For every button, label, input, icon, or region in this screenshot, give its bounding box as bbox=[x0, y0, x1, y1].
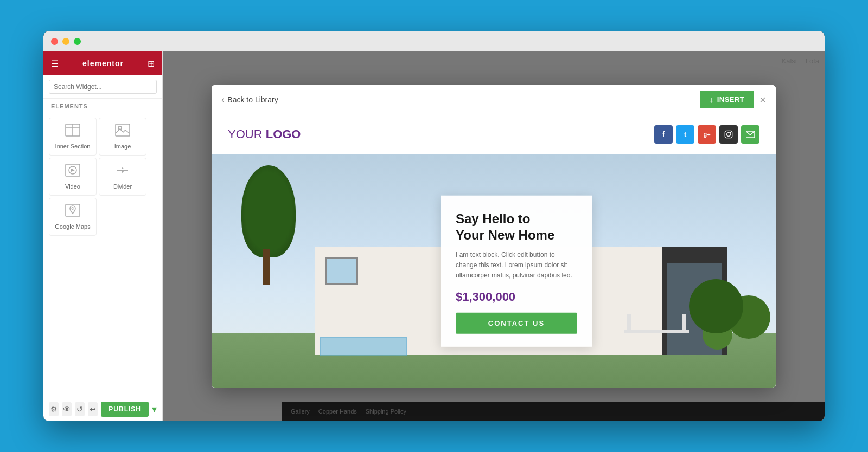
house-window-left bbox=[326, 257, 358, 285]
card-price: $1,300,000 bbox=[456, 289, 577, 304]
library-modal: ‹ Back to Library ↓ INSERT × bbox=[212, 85, 776, 388]
svg-rect-3 bbox=[116, 124, 130, 136]
back-to-library-label: Back to Library bbox=[227, 95, 278, 104]
inner-section-icon bbox=[65, 124, 80, 140]
preview-logo-bar: YOUR LOGO f t g+ bbox=[212, 114, 776, 154]
modal-actions: ↓ INSERT × bbox=[700, 91, 766, 108]
card-body-text: I am text block. Click edit button to ch… bbox=[456, 250, 577, 281]
browser-titlebar bbox=[43, 31, 825, 51]
insert-label: INSERT bbox=[717, 95, 745, 104]
elements-section-title: ELEMENTS bbox=[43, 99, 162, 112]
google-maps-label: Google Maps bbox=[55, 223, 90, 230]
card-heading-line1: Say Hello to bbox=[456, 211, 530, 226]
table-top bbox=[624, 330, 689, 333]
modal-preview: YOUR LOGO f t g+ bbox=[212, 114, 776, 388]
back-chevron-icon: ‹ bbox=[221, 95, 224, 105]
divider-label: Divider bbox=[113, 183, 132, 190]
outdoor-furniture bbox=[624, 306, 689, 333]
svg-point-14 bbox=[727, 133, 731, 137]
svg-marker-7 bbox=[71, 169, 75, 172]
email-icon[interactable] bbox=[741, 125, 760, 144]
sidebar-item-google-maps[interactable]: Google Maps bbox=[49, 198, 97, 236]
google-maps-icon bbox=[65, 204, 80, 220]
search-input[interactable] bbox=[49, 80, 157, 94]
svg-marker-10 bbox=[122, 171, 124, 173]
insert-icon: ↓ bbox=[710, 95, 714, 104]
image-icon bbox=[115, 124, 130, 140]
minimize-window-button[interactable] bbox=[62, 38, 69, 45]
card-heading-line2: Your New Home bbox=[456, 228, 554, 242]
close-window-button[interactable] bbox=[51, 38, 58, 45]
modal-header: ‹ Back to Library ↓ INSERT × bbox=[212, 85, 776, 114]
history-icon[interactable]: ↺ bbox=[75, 402, 85, 416]
sidebar-search bbox=[43, 75, 162, 99]
chair-right bbox=[682, 314, 686, 330]
browser-content: ☰ elementor ⊞ ELEMENTS Inner bbox=[43, 51, 825, 421]
elements-list: Inner Section Image bbox=[43, 112, 162, 241]
settings-icon[interactable]: ⚙ bbox=[49, 402, 59, 416]
inner-section-label: Inner Section bbox=[55, 143, 91, 150]
divider-icon bbox=[115, 164, 130, 180]
svg-point-15 bbox=[730, 132, 731, 133]
logo-text: YOUR bbox=[228, 127, 266, 141]
video-icon bbox=[65, 164, 80, 180]
contact-us-button[interactable]: CONTACT US bbox=[456, 312, 577, 333]
undo-icon[interactable]: ↩ bbox=[88, 402, 98, 416]
back-to-library-button[interactable]: ‹ Back to Library bbox=[221, 95, 278, 105]
sidebar-footer: ⚙ 👁 ↺ ↩ PUBLISH ▾ bbox=[43, 397, 162, 421]
chair-left bbox=[627, 314, 631, 330]
twitter-icon[interactable]: t bbox=[676, 125, 694, 144]
image-label: Image bbox=[114, 143, 131, 150]
tree-left bbox=[239, 165, 298, 285]
sidebar-logo: elementor bbox=[82, 59, 124, 68]
editor-main: Gallery Copper Hands Shipping Policy Kal… bbox=[163, 51, 825, 421]
sidebar-item-image[interactable]: Image bbox=[99, 118, 146, 156]
preview-icon[interactable]: 👁 bbox=[62, 402, 72, 416]
google-plus-icon[interactable]: g+ bbox=[698, 125, 716, 144]
instagram-icon[interactable] bbox=[719, 125, 738, 144]
insert-button[interactable]: ↓ INSERT bbox=[700, 91, 755, 108]
sidebar-item-divider[interactable]: Divider bbox=[99, 158, 146, 196]
svg-point-12 bbox=[72, 208, 74, 210]
card-heading: Say Hello to Your New Home bbox=[456, 211, 577, 243]
close-modal-button[interactable]: × bbox=[760, 94, 766, 105]
social-icons-bar: f t g+ bbox=[654, 125, 760, 144]
sidebar-item-video[interactable]: Video bbox=[49, 158, 97, 196]
facebook-icon[interactable]: f bbox=[654, 125, 673, 144]
logo-bold: LOGO bbox=[266, 127, 301, 141]
svg-marker-9 bbox=[122, 167, 124, 169]
publish-button[interactable]: PUBLISH bbox=[101, 402, 149, 417]
sidebar-header: ☰ elementor ⊞ bbox=[43, 51, 162, 75]
tree-canopy-left bbox=[241, 165, 296, 257]
bush-3 bbox=[689, 279, 743, 333]
hamburger-icon[interactable]: ☰ bbox=[51, 59, 59, 69]
pool bbox=[320, 337, 407, 356]
grid-icon[interactable]: ⊞ bbox=[148, 59, 155, 69]
elementor-sidebar: ☰ elementor ⊞ ELEMENTS Inner bbox=[43, 51, 163, 421]
browser-window: ☰ elementor ⊞ ELEMENTS Inner bbox=[43, 31, 825, 421]
sidebar-item-inner-section[interactable]: Inner Section bbox=[49, 118, 97, 156]
preview-logo: YOUR LOGO bbox=[228, 127, 301, 141]
publish-chevron-icon[interactable]: ▾ bbox=[152, 403, 157, 415]
maximize-window-button[interactable] bbox=[74, 38, 81, 45]
preview-hero: Say Hello to Your New Home I am text blo… bbox=[212, 154, 776, 388]
video-label: Video bbox=[65, 183, 80, 190]
svg-rect-13 bbox=[725, 131, 732, 138]
tree-trunk-left bbox=[263, 249, 270, 285]
hero-card: Say Hello to Your New Home I am text blo… bbox=[441, 196, 592, 347]
